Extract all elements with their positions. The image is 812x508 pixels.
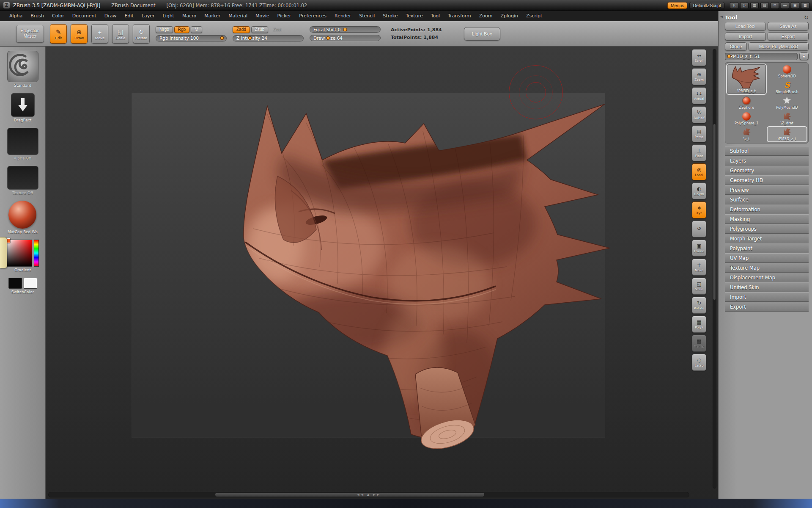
sculpt-mode-button[interactable]: Zcut <box>269 26 285 33</box>
color-mode-button[interactable]: Rgb <box>174 26 189 33</box>
minimize-button[interactable]: ▬ <box>781 2 789 9</box>
shelf-lasso[interactable]: Lasso <box>692 354 706 371</box>
h-scroll-arrows[interactable]: ◄◄ ▲ ►► <box>357 493 381 497</box>
material-sphere-thumbnail[interactable] <box>8 201 36 229</box>
saturation-value-square[interactable] <box>7 240 32 267</box>
menu-item[interactable]: Picker <box>277 13 291 19</box>
draw-size-slider[interactable]: Draw Size 64 <box>310 35 381 41</box>
shelf-scroll[interactable]: Scroll <box>692 49 706 66</box>
import-button[interactable]: Import <box>725 32 766 41</box>
h-scroll-thumb[interactable] <box>215 493 484 497</box>
menu-item[interactable]: Marker <box>204 13 220 19</box>
menu-item[interactable]: Draw <box>104 13 117 19</box>
tool-section[interactable]: UV Map <box>725 253 809 263</box>
close-button[interactable]: ▩ <box>801 2 809 9</box>
tool-section[interactable]: Layers <box>725 156 809 166</box>
menu-item[interactable]: Material <box>228 13 247 19</box>
sculpt-mode-button[interactable]: Zadd <box>233 26 250 33</box>
light-box-button[interactable]: Light Box <box>464 27 500 41</box>
canvas-horizontal-scrollbar[interactable]: ◄◄ ▲ ►► <box>48 492 689 497</box>
r-button[interactable]: R <box>799 52 809 60</box>
menu-item[interactable]: Transform <box>448 13 471 19</box>
switch-color[interactable]: SwitchColor <box>8 278 37 294</box>
menu-item[interactable]: Movie <box>255 13 269 19</box>
tray-left-toggle[interactable]: ⟨⟨ <box>730 2 738 9</box>
color-mode-button[interactable]: Mrgb <box>156 26 173 33</box>
menu-item[interactable]: Zscript <box>526 13 542 19</box>
secondary-color-swatch[interactable] <box>8 278 22 289</box>
tool-item[interactable]: Sphere3D <box>768 64 807 79</box>
brush-thumbnail[interactable] <box>7 51 38 82</box>
mode-button[interactable]: ✎ Edit <box>50 24 67 44</box>
sculpt-mode-button[interactable]: Zsub <box>251 26 268 33</box>
menus-button[interactable]: Menus <box>667 2 688 9</box>
current-alpha[interactable]: Alpha Off <box>7 128 38 160</box>
sculpt-canvas[interactable]: Scroll Zoom Actual AAHalf Persp <box>46 47 718 499</box>
tool-section[interactable]: Displacement Map <box>725 273 809 282</box>
shelf-xyz[interactable]: Xyz <box>692 202 706 218</box>
save-as-button[interactable]: Save As <box>768 22 809 30</box>
mode-button[interactable]: + Move <box>91 24 108 44</box>
shelf-move[interactable]: Move <box>692 259 706 276</box>
shelf-transp[interactable]: Transp <box>692 335 706 352</box>
default-zscript-button[interactable]: DefaultZScript <box>689 2 724 9</box>
rgb-intensity-slider[interactable]: Rgb Intensity 100 <box>156 35 227 41</box>
load-tool-button[interactable]: Load Tool <box>725 22 766 30</box>
mode-button[interactable]: ◱ Scale <box>112 24 129 44</box>
menu-item[interactable]: Zplugin <box>501 13 518 19</box>
tool-section[interactable]: Polypaint <box>725 243 809 253</box>
stroke-thumbnail[interactable] <box>11 93 35 117</box>
mode-button[interactable]: ↻ Rotate <box>133 24 150 44</box>
shelf-lsym[interactable]: L.Sym <box>692 182 706 199</box>
current-material[interactable]: MatCap Red Wa <box>8 201 38 234</box>
canvas-vertical-scrollbar[interactable] <box>713 49 716 489</box>
tool-section[interactable]: SubTool <box>725 146 809 156</box>
tool-section[interactable]: Preview <box>725 185 809 195</box>
alpha-thumbnail[interactable] <box>7 128 38 155</box>
shelf-rotate[interactable]: Rotate <box>692 297 706 314</box>
tool-section[interactable]: Import <box>725 292 809 302</box>
export-button[interactable]: Export <box>768 32 809 41</box>
make-polymesh3d-button[interactable]: Make PolyMesh3D <box>749 42 809 51</box>
primary-color-swatch[interactable] <box>24 278 37 289</box>
v-scroll-thumb[interactable] <box>713 124 716 299</box>
menu-item[interactable]: Edit <box>125 13 134 19</box>
refresh-icon[interactable]: ↻ <box>804 14 809 21</box>
model-dragon-head[interactable] <box>46 47 718 499</box>
current-tool-thumbnail[interactable]: \PM3D_z_t <box>727 64 766 94</box>
shelf-scale[interactable]: Scale <box>692 278 706 295</box>
divider-b-button[interactable]: ▤ <box>760 2 769 9</box>
shelf-spin[interactable] <box>692 221 706 237</box>
shelf-actual[interactable]: Actual <box>692 87 706 104</box>
slider-thumb[interactable] <box>727 55 731 58</box>
tool-section[interactable]: Unified Skin <box>725 282 809 292</box>
menu-item[interactable]: Tool <box>431 13 440 19</box>
slider-thumb[interactable] <box>343 28 347 31</box>
z-intensity-slider[interactable]: Z Intensity 24 <box>233 35 304 41</box>
collapse-panel-arrow[interactable]: ◄ <box>720 14 723 19</box>
tool-item[interactable]: PolyMesh3D <box>768 96 807 110</box>
slider-thumb[interactable] <box>326 36 330 40</box>
tool-section[interactable]: Polygroups <box>725 224 809 234</box>
focal-shift-slider[interactable]: Focal Shift 0 <box>310 26 381 33</box>
current-texture[interactable]: Texture Off <box>7 166 38 195</box>
tool-section[interactable]: Geometry <box>725 166 809 175</box>
projection-master-button[interactable]: Projection Master <box>16 25 44 43</box>
menu-item[interactable]: Preferences <box>299 13 326 19</box>
shelf-local[interactable]: Local <box>692 163 706 180</box>
menu-item[interactable]: Alpha <box>9 13 22 19</box>
tool-item[interactable]: SimpleBrush <box>768 80 807 94</box>
color-picker[interactable]: Gradient <box>7 240 39 272</box>
current-stroke[interactable]: DragRect <box>11 93 35 122</box>
slider-thumb[interactable] <box>220 36 224 40</box>
menu-item[interactable]: Stencil <box>359 13 375 19</box>
mode-button[interactable]: ⊕ Draw <box>71 24 88 44</box>
picker-flyout-sliver[interactable] <box>0 237 7 268</box>
tool-section[interactable]: Surface <box>725 195 809 204</box>
tool-section[interactable]: Geometry HD <box>725 175 809 185</box>
texture-thumbnail[interactable] <box>7 166 38 190</box>
restore-button[interactable]: ▣ <box>791 2 799 9</box>
tool-item[interactable]: ZSphere <box>727 96 766 110</box>
shelf-aahalf[interactable]: AAHalf <box>692 106 706 123</box>
divider-a-button[interactable]: ▥ <box>750 2 759 9</box>
